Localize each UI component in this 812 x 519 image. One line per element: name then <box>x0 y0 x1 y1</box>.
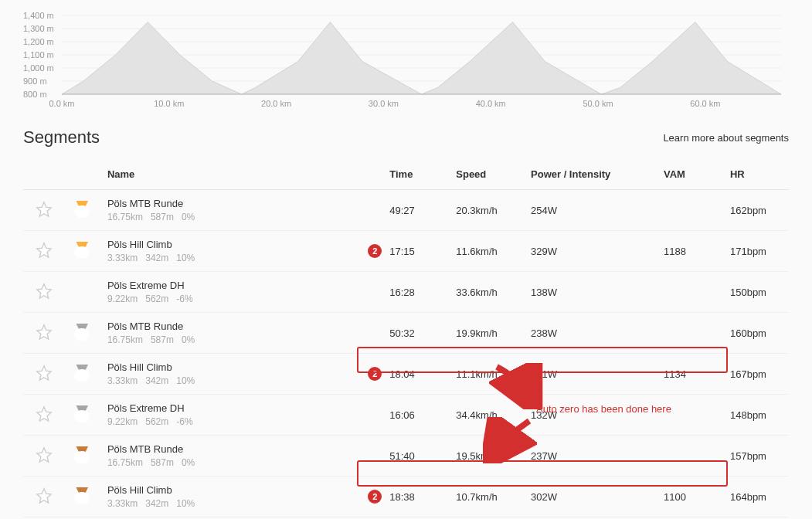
table-row[interactable]: PRPöls Hill Climb3.33km 342m 10%217:1511… <box>23 231 789 272</box>
y-tick: 1,400 m <box>23 11 54 20</box>
segments-title: Segments <box>23 127 100 148</box>
star-icon[interactable] <box>36 209 53 220</box>
cell-vam <box>656 190 722 231</box>
y-tick: 1,100 m <box>23 50 54 59</box>
segment-meta: 3.33km 342m 10% <box>107 498 349 509</box>
cell-vam: 1134 <box>656 354 722 395</box>
col-time[interactable]: Time <box>382 159 448 190</box>
elevation-chart: 1,400 m1,300 m1,200 m1,100 m1,000 m900 m… <box>23 8 789 108</box>
segment-meta: 3.33km 342m 10% <box>107 375 349 386</box>
col-hr[interactable]: HR <box>722 159 789 190</box>
segment-name[interactable]: Pöls MTB Runde <box>107 321 349 332</box>
y-tick: 1,000 m <box>23 63 54 73</box>
cell-speed: 20.3km/h <box>448 190 523 231</box>
cell-speed: 19.5km/h <box>448 436 523 477</box>
y-tick: 800 m <box>23 90 47 99</box>
segment-name[interactable]: Pöls Hill Climb <box>107 361 349 373</box>
cell-vam <box>656 272 722 313</box>
cell-speed: 19.9km/h <box>448 313 523 354</box>
x-tick: 40.0 km <box>476 99 506 108</box>
cell-power: 132W <box>523 395 656 436</box>
y-tick: 1,300 m <box>23 24 54 33</box>
segments-head-row: Name Time Speed Power / Intensity VAM HR <box>23 159 789 190</box>
cell-time: 51:40 <box>382 436 448 477</box>
star-icon[interactable] <box>36 290 53 302</box>
segment-name[interactable]: Pöls MTB Runde <box>107 443 349 455</box>
cell-time: 18:38 <box>382 477 448 517</box>
cell-hr: 167bpm <box>722 354 789 395</box>
table-row[interactable]: 2Pöls Hill Climb3.33km 342m 10%218:0411.… <box>23 354 789 395</box>
medal-icon: 2 <box>73 324 90 341</box>
annotation-text: Auto zero has been done here <box>536 403 671 415</box>
cell-vam <box>656 313 722 354</box>
cell-speed: 11.1km/h <box>448 354 523 395</box>
cell-hr: 164bpm <box>722 477 789 517</box>
cell-vam <box>656 395 722 436</box>
segment-name[interactable]: Pöls MTB Runde <box>107 198 349 209</box>
col-speed[interactable]: Speed <box>448 159 523 190</box>
cell-power: 238W <box>523 313 656 354</box>
medal-icon: PR <box>73 242 90 259</box>
cell-hr: 157bpm <box>722 436 789 477</box>
medal-icon: 2 <box>73 405 90 422</box>
cell-speed: 10.7km/h <box>448 477 523 517</box>
star-icon[interactable] <box>36 495 53 507</box>
x-tick: 20.0 km <box>261 99 291 108</box>
cell-speed: 34.4km/h <box>448 395 523 436</box>
cell-hr: 150bpm <box>722 272 789 313</box>
table-row[interactable]: 2Pöls Extreme DH9.22km 562m -6%16:0634.4… <box>23 395 789 436</box>
table-row[interactable]: 2Pöls MTB Runde16.75km 587m 0%50:3219.9k… <box>23 313 789 354</box>
cell-power: 302W <box>523 477 656 517</box>
page-container: 1,400 m1,300 m1,200 m1,100 m1,000 m900 m… <box>0 0 812 519</box>
col-power[interactable]: Power / Intensity <box>523 159 656 190</box>
x-tick: 10.0 km <box>154 99 184 108</box>
rank-badge: 2 <box>368 490 382 504</box>
star-icon[interactable] <box>36 413 53 425</box>
segment-meta: 16.75km 587m 0% <box>107 334 349 345</box>
col-vam[interactable]: VAM <box>656 159 722 190</box>
cell-time: 18:04 <box>382 354 448 395</box>
x-tick: 30.0 km <box>369 99 399 108</box>
table-row[interactable]: PRPöls MTB Runde16.75km 587m 0%49:2720.3… <box>23 190 789 231</box>
cell-vam: 1188 <box>656 231 722 272</box>
medal-icon: 3 <box>73 446 90 463</box>
star-icon[interactable] <box>36 454 53 466</box>
cell-hr: 171bpm <box>722 231 789 272</box>
elevation-area <box>62 22 781 95</box>
cell-power: 138W <box>523 272 656 313</box>
segment-meta: 16.75km 587m 0% <box>107 457 349 468</box>
segments-header: Segments Learn more about segments <box>23 127 789 148</box>
col-name[interactable]: Name <box>100 159 357 190</box>
cell-vam <box>656 436 722 477</box>
y-tick: 1,200 m <box>23 37 54 46</box>
cell-speed: 11.6km/h <box>448 231 523 272</box>
cell-power: 254W <box>523 190 656 231</box>
segment-name[interactable]: Pöls Extreme DH <box>107 280 349 291</box>
cell-time: 16:28 <box>382 272 448 313</box>
cell-time: 50:32 <box>382 313 448 354</box>
table-row[interactable]: 3Pöls Hill Climb3.33km 342m 10%218:3810.… <box>23 477 789 517</box>
cell-vam: 1100 <box>656 477 722 517</box>
cell-hr: 148bpm <box>722 395 789 436</box>
segment-name[interactable]: Pöls Hill Climb <box>107 239 349 250</box>
star-icon[interactable] <box>36 331 53 343</box>
segment-name[interactable]: Pöls Extreme DH <box>107 402 349 414</box>
table-row[interactable]: Pöls Extreme DH9.22km 562m -6%16:2833.6k… <box>23 272 789 313</box>
medal-icon: 2 <box>73 365 90 382</box>
segment-meta: 3.33km 342m 10% <box>107 253 349 263</box>
star-icon[interactable] <box>36 372 53 384</box>
learn-more-link[interactable]: Learn more about segments <box>663 132 789 144</box>
rank-badge: 2 <box>368 367 382 381</box>
medal-icon: 3 <box>73 487 90 504</box>
table-row[interactable]: 3Pöls MTB Runde16.75km 587m 0%51:4019.5k… <box>23 436 789 477</box>
cell-power: 237W <box>523 436 656 477</box>
cell-time: 16:06 <box>382 395 448 436</box>
segment-meta: 9.22km 562m -6% <box>107 293 349 304</box>
cell-hr: 162bpm <box>722 190 789 231</box>
segments-table: Name Time Speed Power / Intensity VAM HR… <box>23 159 789 519</box>
star-icon[interactable] <box>36 249 53 261</box>
cell-speed: 33.6km/h <box>448 272 523 313</box>
x-tick: 50.0 km <box>583 99 613 108</box>
segment-meta: 16.75km 587m 0% <box>107 212 349 222</box>
segment-name[interactable]: Pöls Hill Climb <box>107 484 349 496</box>
